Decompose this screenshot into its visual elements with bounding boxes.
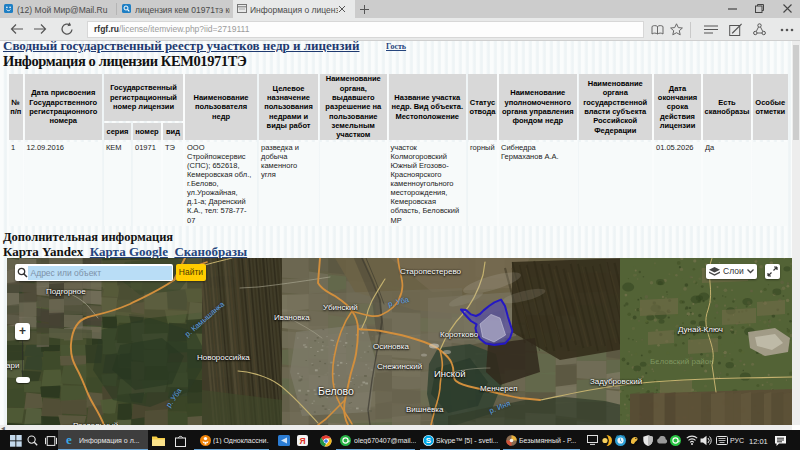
svg-text:S: S (426, 436, 432, 445)
svg-text:Я: Я (299, 435, 305, 445)
